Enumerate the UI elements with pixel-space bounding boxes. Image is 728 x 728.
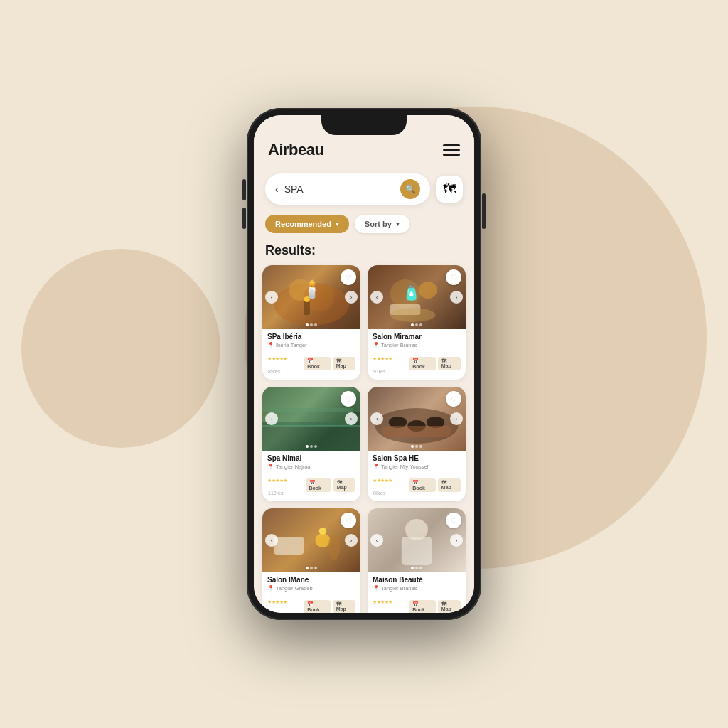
favorite-button-5[interactable]: ♡: [341, 513, 356, 528]
sortby-filter[interactable]: Sort by ▾: [355, 215, 410, 233]
card-actions-6: 📅 Book 🗺 Map: [409, 600, 461, 614]
svg-rect-24: [402, 537, 432, 565]
card-meta-6: ★★★★★ 95res 📅 Book 🗺 Map: [373, 594, 461, 613]
search-box[interactable]: ‹ SPA 🔍: [265, 173, 430, 205]
card-location-3: 📍 Tangier Najma: [267, 464, 355, 470]
prev-image-6[interactable]: ‹: [370, 534, 383, 547]
image-dots-1: [306, 323, 317, 326]
card-meta-1: ★★★★★ 89res 📅 Book 🗺 Map: [267, 350, 355, 376]
svg-point-1: [289, 279, 311, 301]
card-info-4: Salon Spa HE 📍 Tangier Mly Youssef ★★★★★…: [368, 451, 466, 501]
card-info-3: Spa Nimai 📍 Tangier Najma ★★★★★ 110res: [262, 451, 360, 501]
prev-image-4[interactable]: ‹: [370, 412, 383, 425]
spa-card-6[interactable]: ♡ ‹ › Maison Beauté 📍 Tangier Branes: [368, 508, 466, 613]
favorite-button-1[interactable]: ♡: [341, 269, 356, 285]
volume-down-button: [242, 208, 246, 229]
card-name-6: Maison Beauté: [373, 576, 461, 584]
prev-image-5[interactable]: ‹: [265, 534, 278, 547]
card-image-6: ♡ ‹ ›: [368, 508, 466, 572]
next-image-5[interactable]: ›: [345, 534, 358, 547]
search-icon: 🔍: [405, 184, 416, 194]
stars-1: ★★★★★: [267, 356, 287, 361]
map-view-button[interactable]: 🗺: [436, 176, 463, 203]
svg-point-4: [304, 296, 309, 302]
svg-point-7: [419, 282, 437, 299]
card-image-1: ♡ ‹ ›: [262, 265, 360, 329]
svg-point-21: [328, 535, 340, 560]
rating-area-4: ★★★★★ 88res: [373, 472, 407, 498]
book-button-4[interactable]: 📅 Book: [409, 478, 436, 492]
rating-area-5: ★★★★★ 75res: [267, 594, 302, 613]
svg-point-8: [390, 308, 436, 322]
next-image-1[interactable]: ›: [345, 291, 358, 304]
image-dots-6: [411, 567, 422, 569]
phone-shell: Airbeau ‹ SPA 🔍 🗺: [247, 108, 481, 620]
image-dots-3: [306, 445, 317, 448]
card-location-2: 📍 Tangier Branes: [373, 342, 461, 348]
notch: [321, 115, 407, 135]
next-image-6[interactable]: ›: [450, 534, 463, 547]
card-info-1: SPa Ibéria 📍 Ibéria Tanger ★★★★★ 89res: [262, 329, 360, 380]
stars-4: ★★★★★: [373, 478, 392, 483]
location-pin-icon-4: 📍: [373, 464, 380, 470]
card-actions-4: 📅 Book 🗺 Map: [409, 478, 461, 492]
spa-card-5[interactable]: ♡ ‹ › Salon IMane 📍 Tangier Gradeb: [262, 508, 360, 613]
map-icon: 🗺: [443, 182, 456, 197]
spa-card-2[interactable]: ♡ ‹ › Salon Miramar 📍 Tangier Branes: [368, 265, 466, 380]
spa-card-3[interactable]: ♡ ‹ › Spa Nimai 📍 Tangier Najma: [262, 387, 360, 501]
map-button-2[interactable]: 🗺 Map: [438, 357, 461, 370]
search-query: SPA: [284, 183, 395, 195]
prev-image-2[interactable]: ‹: [370, 291, 383, 304]
menu-button[interactable]: [443, 144, 460, 156]
spa-card-1[interactable]: ♡ ‹ › SPa Ibéria 📍 Ibéria Tanger: [262, 265, 360, 380]
power-button: [482, 193, 486, 229]
spa-card-4[interactable]: ♡ ‹ › Salon Spa HE 📍 Tangier Mly Youssef: [368, 387, 466, 501]
svg-rect-3: [304, 301, 309, 315]
stars-3: ★★★★★: [267, 478, 287, 483]
location-pin-icon-3: 📍: [267, 464, 274, 470]
card-actions-1: 📅 Book 🗺 Map: [304, 357, 355, 370]
map-button-1[interactable]: 🗺 Map: [333, 357, 355, 370]
favorite-button-3[interactable]: ♡: [341, 391, 356, 407]
card-meta-5: ★★★★★ 75res 📅 Book 🗺 Map: [267, 594, 355, 613]
stars-6: ★★★★★: [373, 599, 392, 604]
search-button[interactable]: 🔍: [400, 179, 420, 199]
next-image-3[interactable]: ›: [345, 412, 358, 425]
card-info-5: Salon IMane 📍 Tangier Gradeb ★★★★★ 75res: [262, 572, 360, 613]
volume-up-button: [242, 179, 246, 200]
next-image-2[interactable]: ›: [450, 291, 463, 304]
favorite-button-2[interactable]: ♡: [446, 269, 461, 285]
book-button-5[interactable]: 📅 Book: [304, 600, 331, 614]
prev-image-1[interactable]: ‹: [265, 291, 278, 304]
card-meta-2: ★★★★★ 91res 📅 Book 🗺 Map: [373, 350, 461, 376]
book-button-2[interactable]: 📅 Book: [409, 357, 436, 370]
svg-point-22: [319, 528, 327, 535]
card-info-2: Salon Miramar 📍 Tangier Branes ★★★★★ 91r…: [368, 329, 466, 380]
svg-point-5: [390, 279, 420, 308]
prev-image-3[interactable]: ‹: [265, 412, 278, 425]
card-name-4: Salon Spa HE: [373, 454, 461, 462]
location-pin-icon-5: 📍: [267, 585, 274, 592]
card-name-2: Salon Miramar: [373, 333, 461, 341]
card-name-1: SPa Ibéria: [267, 333, 355, 341]
card-name-5: Salon IMane: [267, 576, 355, 584]
rating-area-6: ★★★★★ 95res: [373, 594, 407, 613]
map-button-6[interactable]: 🗺 Map: [438, 600, 461, 614]
review-count-3: 110res: [268, 491, 283, 496]
back-icon[interactable]: ‹: [275, 183, 279, 195]
favorite-button-6[interactable]: ♡: [446, 513, 461, 528]
review-count-2: 91res: [373, 369, 386, 374]
book-button-1[interactable]: 📅 Book: [304, 357, 331, 370]
map-button-3[interactable]: 🗺 Map: [333, 478, 355, 492]
stars-2: ★★★★★: [373, 356, 392, 361]
recommended-filter[interactable]: Recommended ▾: [265, 215, 349, 233]
book-button-6[interactable]: 📅 Book: [409, 600, 436, 614]
card-image-2: ♡ ‹ ›: [368, 265, 466, 329]
card-name-3: Spa Nimai: [267, 454, 355, 462]
book-button-3[interactable]: 📅 Book: [306, 478, 331, 492]
map-button-5[interactable]: 🗺 Map: [333, 600, 355, 614]
card-image-5: ♡ ‹ ›: [262, 508, 360, 572]
next-image-4[interactable]: ›: [450, 412, 463, 425]
favorite-button-4[interactable]: ♡: [446, 391, 461, 407]
map-button-4[interactable]: 🗺 Map: [438, 478, 461, 492]
